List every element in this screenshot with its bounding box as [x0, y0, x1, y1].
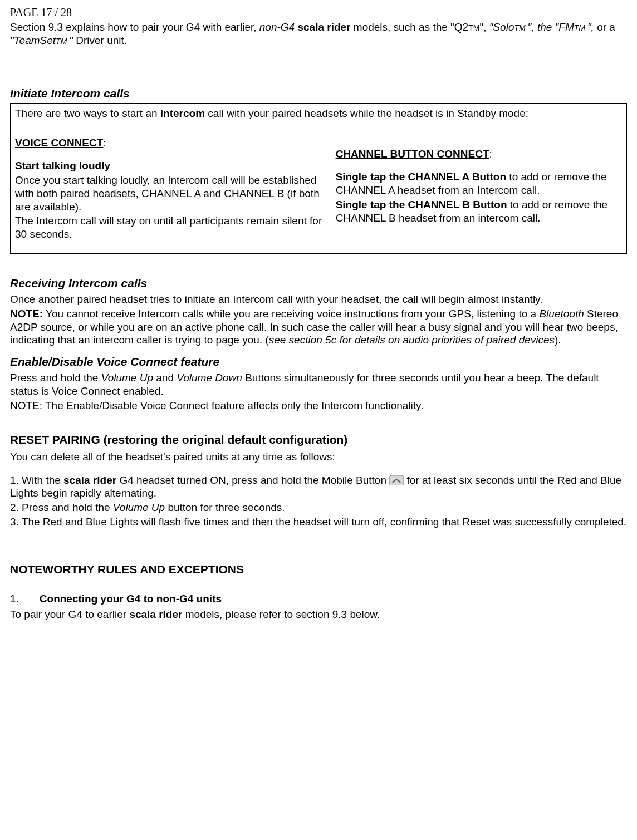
- text-italic: Volume Up: [113, 502, 165, 513]
- text: You: [43, 308, 66, 320]
- reset-step-1: 1. With the scala rider G4 headset turne…: [10, 474, 627, 500]
- tm: TM: [468, 23, 479, 32]
- intercom-methods-table: There are two ways to start an Intercom …: [10, 103, 627, 254]
- text-underline: cannot: [66, 308, 98, 320]
- noteworthy-item-1-title: 1. Connecting your G4 to non-G4 units: [10, 592, 627, 606]
- enable-p: Press and hold the Volume Up and Volume …: [10, 371, 627, 398]
- text: To pair your G4 to earlier: [10, 608, 129, 620]
- text-bold: scala rider: [297, 21, 350, 33]
- heading-receiving-intercom: Receiving Intercom calls: [10, 276, 627, 291]
- text-italic: ", the "FM: [528, 21, 574, 33]
- text: ).: [555, 334, 561, 346]
- text-bold: scala rider: [129, 608, 182, 620]
- enable-note: NOTE: The Enable/Disable Voice Connect f…: [10, 399, 627, 412]
- text-bold: Single tap the CHANNEL A Button: [336, 171, 506, 183]
- reset-intro: You can delete all of the headset's pair…: [10, 450, 627, 464]
- heading-reset-pairing: RESET PAIRING (restoring the original de…: [10, 433, 627, 447]
- voice-connect-cell: VOICE CONNECT: Start talking loudly Once…: [11, 127, 331, 253]
- channel-button-title: CHANNEL BUTTON CONNECT: [336, 148, 489, 160]
- text-italic: ",: [587, 21, 594, 33]
- text: Section 9.3 explains how to pair your G4…: [10, 21, 259, 33]
- text: ",: [479, 21, 489, 33]
- text: and: [153, 372, 177, 384]
- note-label: NOTE:: [10, 308, 43, 320]
- text-bold: Intercom: [160, 107, 205, 119]
- voice-connect-p1: Once you start talking loudly, an Interc…: [15, 174, 326, 213]
- noteworthy-item-1-body: To pair your G4 to earlier scala rider m…: [10, 608, 627, 621]
- text-italic: Volume Down: [177, 372, 242, 384]
- text: G4 headset turned ON, press and hold the…: [116, 474, 389, 486]
- voice-connect-title: VOICE CONNECT: [15, 137, 103, 149]
- tm: TM: [574, 23, 587, 32]
- page-number: PAGE 17 / 28: [10, 6, 627, 19]
- list-number: 1.: [10, 593, 19, 605]
- receiving-p1: Once another paired headset tries to ini…: [10, 293, 627, 306]
- text: There are two ways to start an: [15, 107, 160, 119]
- text: 1. With the: [10, 474, 63, 486]
- text-italic: "Solo: [489, 21, 514, 33]
- text-italic: ": [69, 35, 73, 46]
- text-bold: Connecting your G4 to non-G4 units: [40, 593, 222, 605]
- reset-step-2: 2. Press and hold the Volume Up button f…: [10, 501, 627, 514]
- table-intro-cell: There are two ways to start an Intercom …: [11, 103, 627, 127]
- text: Driver unit.: [73, 35, 127, 46]
- colon: :: [489, 148, 492, 160]
- text: Press and hold the: [10, 372, 101, 384]
- intro-paragraph: Section 9.3 explains how to pair your G4…: [10, 21, 627, 47]
- channel-button-cell: CHANNEL BUTTON CONNECT: Single tap the C…: [331, 127, 626, 253]
- heading-initiate-intercom: Initiate Intercom calls: [10, 86, 627, 101]
- text-italic: see section 5c for details on audio prio…: [269, 334, 555, 346]
- mobile-button-icon: [389, 475, 404, 485]
- heading-enable-disable: Enable/Disable Voice Connect feature: [10, 355, 627, 369]
- text: call with your paired headsets while the…: [205, 107, 528, 119]
- text: 2. Press and hold the: [10, 502, 113, 513]
- reset-step-3: 3. The Red and Blue Lights will flash fi…: [10, 515, 627, 529]
- text: models, such as the "Q2: [351, 21, 469, 33]
- text: or a: [594, 21, 615, 33]
- text: models, please refer to section 9.3 belo…: [182, 608, 380, 620]
- text-bold: Single tap the CHANNEL B Button: [336, 199, 507, 210]
- text-italic: Bluetooth: [539, 308, 584, 320]
- text: button for three seconds.: [165, 502, 285, 513]
- tm: TM: [56, 37, 69, 46]
- text-italic: Volume Up: [101, 372, 153, 384]
- receiving-note: NOTE: You cannot receive Intercom calls …: [10, 307, 627, 347]
- voice-connect-sub: Start talking loudly: [15, 160, 110, 171]
- voice-connect-p2: The Intercom call will stay on until all…: [15, 214, 326, 241]
- text-bold: scala rider: [63, 474, 116, 486]
- text-italic: non-G4: [259, 21, 295, 33]
- heading-noteworthy: NOTEWORTHY RULES AND EXCEPTIONS: [10, 562, 627, 577]
- tm: TM: [514, 23, 527, 32]
- colon: :: [103, 137, 106, 149]
- text: receive Intercom calls while you are rec…: [98, 308, 539, 320]
- text-italic: "TeamSet: [10, 35, 56, 46]
